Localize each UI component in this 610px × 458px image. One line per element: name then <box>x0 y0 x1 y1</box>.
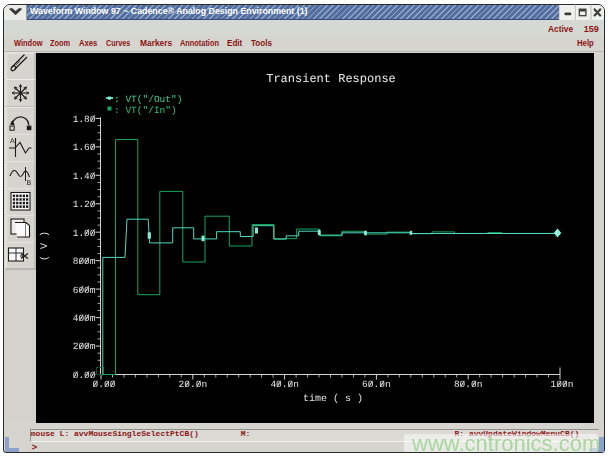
svg-text:400m: 400m <box>73 313 96 324</box>
svg-text:20.0n: 20.0n <box>179 379 208 390</box>
svg-text:: VT("/Out"): : VT("/Out") <box>114 94 182 105</box>
svg-text:800m: 800m <box>73 256 96 267</box>
svg-text:80.0n: 80.0n <box>454 379 483 390</box>
svg-text:60.0n: 60.0n <box>362 379 391 390</box>
svg-text:( V ): ( V ) <box>39 231 51 261</box>
svg-text:: VT("/In"): : VT("/In") <box>114 105 177 116</box>
svg-text:100n: 100n <box>551 379 574 390</box>
svg-text:time ( s ): time ( s ) <box>303 393 363 405</box>
svg-text:Transient Response: Transient Response <box>266 72 396 86</box>
svg-text:B: B <box>27 180 32 187</box>
svg-text:A: A <box>10 138 15 145</box>
svg-text:600m: 600m <box>73 285 96 296</box>
svg-text:200m: 200m <box>73 341 96 352</box>
svg-text:40.0n: 40.0n <box>270 379 299 390</box>
